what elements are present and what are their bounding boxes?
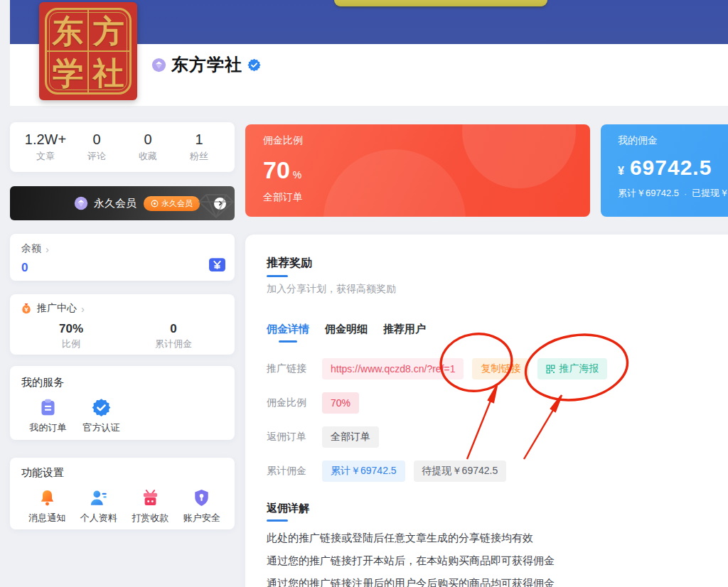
total-commission-label: 累计佣金	[267, 465, 322, 478]
referral-subtitle: 加入分享计划，获得高额奖励	[267, 283, 728, 296]
profile-info-label: 个人资料	[80, 512, 117, 524]
stat-value: 1	[195, 131, 203, 148]
promo-link-label: 推广链接	[267, 362, 322, 375]
account-security-label: 账户安全	[183, 512, 220, 524]
stat-fans[interactable]: 1 粉丝	[173, 122, 225, 172]
currency-symbol: ¥	[618, 165, 624, 178]
commission-scope: 全部订单	[263, 191, 590, 204]
my-commission-card: 我的佣金 ¥ 69742.5 累计￥69742.5 · 已提现￥69742.5	[601, 124, 728, 217]
yen-money-icon[interactable]	[208, 256, 226, 274]
promo-center-header[interactable]: 推广中心 ›	[20, 302, 225, 315]
stat-value: 0	[92, 131, 100, 148]
member-banner[interactable]: 永久会员 永久会员	[10, 186, 235, 220]
pending-withdraw-pill: 待提现￥69742.5	[414, 461, 507, 482]
stat-value: 0	[144, 131, 151, 148]
tab-commission-records[interactable]: 佣金明细	[325, 323, 368, 343]
qr-code-icon	[546, 365, 555, 374]
rebate-detail-line: 通过您的推广链接打开本站后，在本站购买商品即可获得佣金	[267, 554, 728, 568]
promo-link-value: https://www.qczd8.cn/?ref=1	[322, 358, 464, 379]
commission-ratio-banner: 佣金比例 70% 全部订单	[245, 124, 590, 217]
commission-ratio-row-label: 佣金比例	[267, 397, 322, 409]
stat-favorites[interactable]: 0 收藏	[122, 122, 173, 172]
account-security-item[interactable]: 账户安全	[176, 488, 228, 524]
moneybag-icon	[20, 302, 33, 315]
chevron-right-icon: ›	[81, 303, 85, 315]
avatar-characters: 东 方 学 社	[48, 11, 129, 92]
reward-collect-item[interactable]: 打赏收款	[124, 488, 176, 524]
profile-name: 东方学社	[171, 53, 242, 76]
avatar-char: 东	[48, 11, 88, 53]
tab-commission-detail[interactable]: 佣金详情	[267, 323, 309, 343]
commission-withdrawn: 已提现￥69742.5	[692, 187, 728, 200]
notifications-label: 消息通知	[28, 512, 65, 524]
official-cert-label: 官方认证	[83, 421, 120, 434]
balance-value: 0	[21, 261, 225, 275]
avatar-char: 方	[88, 11, 129, 53]
gem-icon	[151, 58, 166, 72]
promo-total-value: 0	[170, 322, 176, 336]
member-title: 永久会员	[94, 197, 136, 210]
my-services-card: 我的服务 我的订单 官方认证	[10, 366, 235, 440]
reward-collect-label: 打赏收款	[132, 512, 168, 524]
avatar-char: 社	[88, 53, 129, 95]
balance-header[interactable]: 余额 ›	[21, 242, 225, 255]
commission-ratio-label: 佣金比例	[263, 134, 590, 147]
verified-badge-icon	[92, 398, 111, 417]
my-services-title: 我的服务	[21, 376, 228, 389]
commission-ratio-row: 佣金比例 70%	[267, 392, 728, 414]
commission-ratio-pill: 70%	[322, 392, 359, 414]
referral-tabs: 佣金详情 佣金明细 推荐用户	[267, 323, 728, 343]
commission-cumulative: 累计￥69742.5	[618, 187, 679, 200]
chevron-right-icon: ›	[46, 243, 49, 255]
stats-card: 1.2W+ 文章 0 评论 0 收藏 1 粉丝	[10, 122, 235, 172]
member-badge-label: 永久会员	[161, 198, 193, 209]
settings-title: 功能设置	[21, 466, 228, 480]
official-cert-item[interactable]: 官方认证	[75, 398, 128, 434]
cumulative-commission-pill: 累计￥69742.5	[322, 461, 405, 482]
rebate-orders-row: 返佣订单 全部订单	[267, 426, 728, 448]
balance-title: 余额	[21, 242, 41, 255]
rebate-detail-line: 此处的推广链接或登陆后任意文章生成的分享链接均有效	[267, 532, 728, 545]
referral-panel: 推荐奖励 加入分享计划，获得高额奖励 佣金详情 佣金明细 推荐用户 推广链接 h…	[245, 235, 728, 587]
settings-card: 功能设置 消息通知 个人资料	[10, 458, 235, 529]
stat-label: 文章	[36, 150, 55, 163]
promo-ratio: 70% 比例	[20, 322, 122, 350]
profile-info-item[interactable]: 个人资料	[73, 488, 125, 524]
copy-link-button[interactable]: 复制链接	[472, 358, 529, 379]
commission-ratio-value: 70	[263, 156, 290, 183]
diamond-watermark-icon	[198, 190, 235, 219]
avatar-char: 学	[48, 53, 88, 95]
stat-label: 粉丝	[190, 150, 208, 163]
balance-card: 余额 › 0	[10, 234, 235, 281]
commission-ratio-unit: %	[293, 169, 301, 181]
rebate-detail-line: 通过您的推广链接注册后的用户今后购买的商品均可获得佣金	[267, 577, 728, 587]
my-commission-title: 我的佣金	[618, 134, 728, 147]
promo-poster-button[interactable]: 推广海报	[537, 358, 607, 379]
verified-badge-icon	[247, 58, 261, 72]
person-icon	[89, 488, 108, 507]
notifications-item[interactable]: 消息通知	[21, 488, 73, 524]
promo-ratio-value: 70%	[59, 322, 83, 336]
shield-icon	[192, 488, 211, 507]
stat-label: 评论	[87, 150, 106, 163]
promo-center-card: 推广中心 › 70% 比例 0 累计佣金	[10, 294, 235, 355]
rebate-detail-title: 返佣详解	[267, 502, 728, 515]
gift-icon	[141, 488, 160, 507]
tab-referred-users[interactable]: 推荐用户	[383, 323, 426, 343]
promo-ratio-label: 比例	[62, 338, 80, 350]
dot-separator: ·	[684, 188, 687, 199]
rebate-orders-pill: 全部订单	[322, 426, 379, 448]
member-badge[interactable]: 永久会员	[144, 196, 200, 211]
bell-icon	[38, 488, 57, 507]
stat-label: 收藏	[139, 150, 157, 163]
stat-value: 1.2W+	[25, 131, 66, 148]
clipboard-icon	[38, 398, 58, 417]
title-underline	[267, 275, 288, 277]
stat-articles[interactable]: 1.2W+ 文章	[20, 122, 71, 172]
member-badge-icon	[151, 200, 159, 208]
gem-icon	[74, 196, 88, 210]
avatar[interactable]: 东 方 学 社	[39, 2, 137, 100]
my-orders-label: 我的订单	[30, 421, 67, 434]
my-orders-item[interactable]: 我的订单	[21, 398, 75, 434]
stat-comments[interactable]: 0 评论	[71, 122, 122, 172]
